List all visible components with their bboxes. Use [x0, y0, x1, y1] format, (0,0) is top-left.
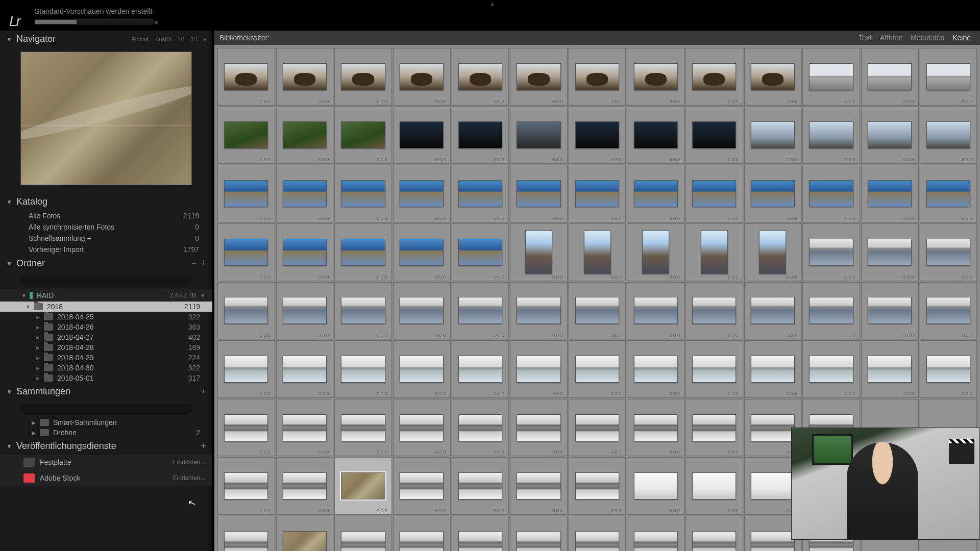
thumbnail-cell[interactable]: ooo [334, 399, 392, 457]
thumbnail-cell[interactable]: ooo [685, 457, 743, 515]
cell-menu-icon[interactable]: ooo [494, 274, 505, 280]
thumbnail-cell[interactable]: ooo [569, 282, 626, 340]
cell-menu-icon[interactable]: ooo [669, 332, 681, 338]
thumbnail-cell[interactable]: ooo [627, 457, 684, 515]
thumbnail-cell[interactable]: ooo [920, 165, 977, 222]
thumbnail-cell[interactable]: ooo [627, 340, 684, 398]
cell-menu-icon[interactable]: ooo [260, 332, 272, 338]
thumbnail-cell[interactable]: ooo [393, 399, 451, 457]
cell-menu-icon[interactable]: ooo [669, 391, 681, 396]
thumbnail-cell[interactable]: ooo [276, 340, 334, 398]
cell-menu-icon[interactable]: ooo [552, 332, 564, 338]
thumbnail-cell[interactable]: ooo [217, 223, 275, 281]
cell-menu-icon[interactable]: ooo [787, 274, 798, 280]
thumbnail-cell[interactable]: ooo [393, 165, 451, 222]
thumbnail-cell[interactable]: ooo [861, 223, 919, 281]
progress-close-button[interactable]: × [154, 18, 158, 27]
thumbnail-cell[interactable]: ooo [452, 457, 509, 515]
thumbnail-cell[interactable]: ooo [569, 223, 626, 281]
nav-3to1[interactable]: 3:1 [190, 36, 198, 42]
collection-row[interactable]: ▶Drohne2 [0, 428, 212, 438]
catalog-row[interactable]: Schnellsammlung +0 [0, 233, 212, 244]
thumbnail-cell[interactable]: ooo [276, 48, 334, 106]
collection-search-input[interactable] [18, 402, 194, 414]
add-collection-button[interactable]: + [201, 386, 206, 397]
cell-menu-icon[interactable]: ooo [903, 332, 915, 338]
cell-menu-icon[interactable]: ooo [903, 157, 915, 162]
cell-menu-icon[interactable]: ooo [611, 391, 623, 396]
thumbnail-cell[interactable]: ooo [452, 165, 509, 222]
cell-menu-icon[interactable]: ooo [260, 391, 272, 396]
nav-more-icon[interactable]: ♦ [203, 36, 206, 42]
thumbnail-cell[interactable]: ooo [685, 282, 743, 340]
thumbnail-cell[interactable]: ooo [276, 223, 334, 281]
cell-menu-icon[interactable]: ooo [962, 215, 973, 221]
thumbnail-cell[interactable]: ooo [920, 223, 977, 281]
collection-row[interactable]: ▶Smart-Sammlungen [0, 417, 212, 428]
cell-menu-icon[interactable]: ooo [962, 157, 973, 162]
cell-menu-icon[interactable]: ooo [552, 157, 564, 162]
thumbnail-cell[interactable]: ooo [217, 48, 275, 106]
thumbnail-cell[interactable]: ooo [510, 223, 568, 281]
cell-menu-icon[interactable]: ooo [728, 449, 740, 455]
thumbnail-cell[interactable]: ooo [802, 48, 860, 106]
cell-menu-icon[interactable]: ooo [845, 98, 856, 104]
thumbnail-cell[interactable]: ooo [334, 282, 392, 340]
cell-menu-icon[interactable]: ooo [377, 332, 388, 338]
folder-root[interactable]: ▼ 2018 2119 [0, 302, 212, 312]
thumbnail-cell[interactable]: ooo [627, 399, 684, 457]
thumbnail-cell[interactable]: ooo [802, 107, 860, 164]
cell-menu-icon[interactable]: ooo [318, 508, 330, 513]
cell-menu-icon[interactable]: ooo [611, 157, 623, 162]
add-publish-button[interactable]: + [201, 441, 206, 452]
cell-menu-icon[interactable]: ooo [611, 508, 623, 513]
publish-row[interactable]: FestplatteEinrichten... [0, 455, 212, 470]
thumbnail-cell[interactable]: ooo [744, 48, 802, 106]
filter-attribute[interactable]: Attribut [880, 34, 902, 42]
cell-menu-icon[interactable]: ooo [728, 391, 740, 396]
thumbnail-cell[interactable]: ooo [452, 516, 509, 551]
folder-row[interactable]: ▶2018-05-01317 [0, 373, 212, 383]
cell-menu-icon[interactable]: ooo [435, 215, 447, 221]
cell-menu-icon[interactable]: ooo [435, 332, 447, 338]
thumbnail-cell[interactable]: ooo [334, 107, 392, 164]
cell-menu-icon[interactable]: ooo [962, 332, 973, 338]
thumbnail-cell[interactable]: ooo [334, 223, 392, 281]
cell-menu-icon[interactable]: ooo [552, 508, 564, 513]
thumbnail-cell[interactable]: ooo [393, 282, 451, 340]
folder-row[interactable]: ▶2018-04-26363 [0, 322, 212, 332]
thumbnail-cell[interactable]: ooo [744, 165, 802, 222]
thumbnail-cell[interactable]: ooo [861, 165, 919, 222]
service-setup-link[interactable]: Einrichten... [173, 459, 205, 466]
cell-menu-icon[interactable]: ooo [435, 449, 447, 455]
cell-menu-icon[interactable]: ooo [669, 508, 681, 513]
cell-menu-icon[interactable]: ooo [494, 332, 505, 338]
thumbnail-cell[interactable]: ooo [217, 516, 275, 551]
thumbnail-cell[interactable]: ooo [627, 516, 684, 551]
thumbnail-cell[interactable]: ooo [393, 223, 451, 281]
thumbnail-cell[interactable]: ooo [627, 223, 684, 281]
drive-row[interactable]: ▼ RAID 2,4 / 8 TB ▼ [0, 289, 212, 302]
cell-menu-icon[interactable]: ooo [377, 449, 388, 455]
filter-text[interactable]: Text [859, 34, 872, 42]
cell-menu-icon[interactable]: ooo [494, 391, 505, 396]
navigator-preview[interactable] [20, 52, 192, 185]
cell-menu-icon[interactable]: ooo [377, 274, 388, 280]
cell-menu-icon[interactable]: ooo [669, 449, 681, 455]
thumbnail-cell[interactable]: ooo [569, 107, 626, 164]
thumbnail-cell[interactable]: ooo [569, 48, 626, 106]
cell-menu-icon[interactable]: ooo [962, 274, 973, 280]
thumbnail-cell[interactable]: ooo [393, 516, 451, 551]
cell-menu-icon[interactable]: ooo [552, 98, 564, 104]
cell-menu-icon[interactable]: ooo [669, 215, 681, 221]
folder-search-input[interactable] [18, 274, 194, 286]
cell-menu-icon[interactable]: ooo [435, 98, 447, 104]
cell-menu-icon[interactable]: ooo [318, 98, 330, 104]
thumbnail-cell[interactable]: ooo [217, 340, 275, 398]
cell-menu-icon[interactable]: ooo [494, 449, 505, 455]
cell-menu-icon[interactable]: ooo [318, 274, 330, 280]
cell-menu-icon[interactable]: ooo [787, 332, 798, 338]
cell-menu-icon[interactable]: ooo [903, 391, 915, 396]
thumbnail-cell[interactable]: ooo [627, 48, 684, 106]
thumbnail-cell[interactable]: ooo [627, 107, 684, 164]
